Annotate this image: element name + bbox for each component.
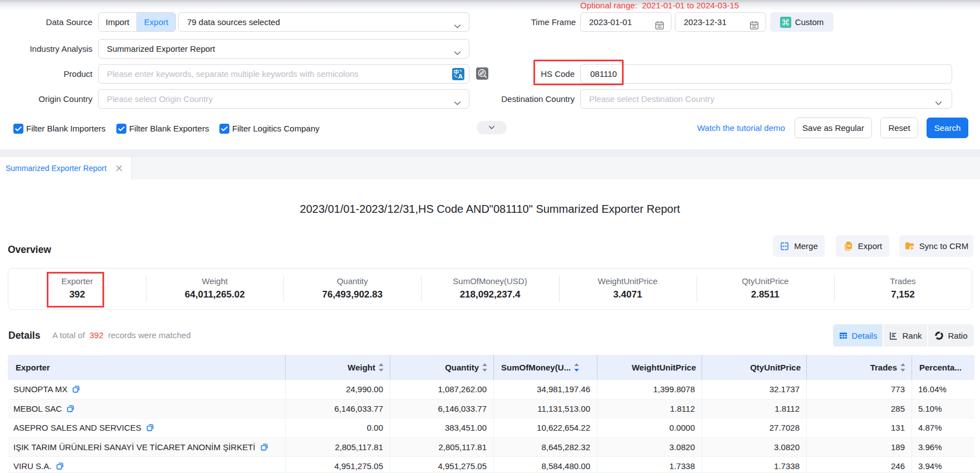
svg-text:A: A	[458, 73, 463, 80]
